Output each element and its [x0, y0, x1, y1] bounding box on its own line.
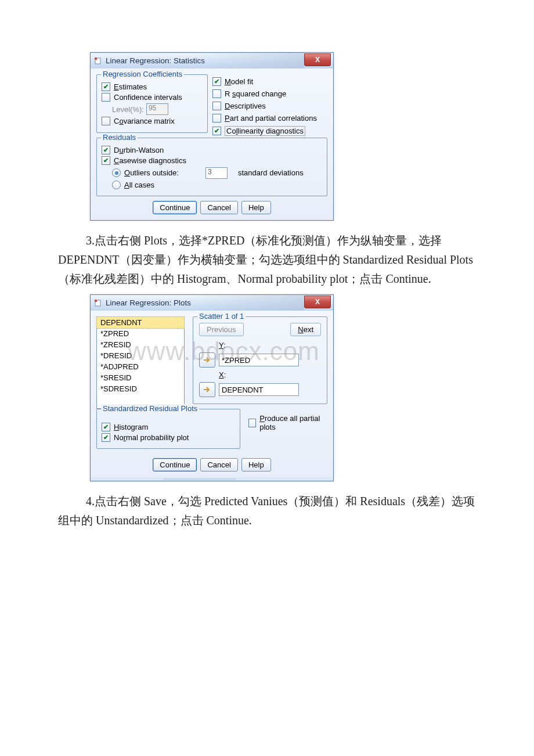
checkbox-icon — [102, 433, 110, 442]
collinearity-diagnostics-checkbox[interactable]: Collinearity diagnostics — [212, 126, 327, 136]
continue-button[interactable]: Continue — [153, 201, 197, 214]
help-button[interactable]: Help — [241, 201, 271, 214]
svg-rect-1 — [95, 57, 97, 60]
produce-partial-plots-checkbox[interactable]: Produce all partial plots — [248, 414, 327, 431]
outliers-outside-radio[interactable]: Outliers outside: — [112, 168, 179, 177]
linear-regression-plots-dialog: Linear Regression: Plots X DEPENDNT *ZPR… — [90, 294, 334, 481]
normal-probability-plot-checkbox[interactable]: Normal probability plot — [102, 433, 235, 442]
casewise-diagnostics-checkbox[interactable]: Casewise diagnostics — [102, 156, 322, 165]
titlebar: Linear Regression: Plots X — [91, 295, 333, 311]
move-to-x-button[interactable] — [199, 382, 215, 397]
close-icon: X — [315, 298, 320, 306]
stddev-label: standard deviations — [238, 168, 304, 177]
group-label: Residuals — [101, 133, 138, 142]
scatter-group: Scatter 1 of 1 Previous Next Y: — [193, 316, 327, 404]
linear-regression-statistics-dialog: Linear Regression: Statistics X Regressi… — [90, 52, 334, 221]
y-label: Y: — [219, 341, 321, 350]
opt-label-rem: stimates — [119, 82, 147, 91]
checkbox-icon — [212, 77, 221, 86]
svg-rect-3 — [95, 300, 97, 302]
variables-listbox[interactable]: DEPENDNT *ZPRED *ZRESID *DRESID *ADJPRED… — [96, 316, 185, 409]
dialog-title: Linear Regression: Plots — [106, 298, 191, 307]
checkbox-icon — [102, 117, 110, 125]
checkbox-icon — [102, 82, 110, 91]
checkbox-icon — [212, 127, 221, 135]
group-label: Regression Coefficients — [101, 70, 184, 78]
close-icon: X — [315, 56, 320, 64]
app-icon — [94, 299, 102, 307]
group-label: Scatter 1 of 1 — [197, 312, 246, 321]
checkbox-icon — [212, 114, 221, 123]
checkbox-icon — [102, 156, 110, 165]
list-item[interactable]: *SRESID — [97, 372, 184, 383]
close-button[interactable]: X — [304, 296, 331, 308]
titlebar: Linear Regression: Statistics X — [91, 53, 333, 69]
arrow-right-icon — [203, 357, 211, 363]
list-item[interactable]: *SDRESID — [97, 383, 184, 394]
checkbox-icon — [212, 89, 221, 98]
y-field[interactable]: *ZPRED — [219, 354, 299, 366]
instruction-step-4: 4.点击右侧 Save，勾选 Predicted Vaniues（预测值）和 R… — [58, 492, 476, 530]
outliers-value-input[interactable]: 3 — [205, 167, 228, 179]
estimates-checkbox[interactable]: Estimates — [102, 82, 203, 91]
group-label: Standardized Residual Plots — [101, 404, 199, 413]
cancel-button[interactable]: Cancel — [200, 458, 237, 471]
radio-icon — [112, 168, 121, 177]
regression-coefficients-group: Regression Coefficients Estimates Confid… — [96, 74, 208, 133]
level-input[interactable]: 95 — [146, 103, 168, 115]
help-button[interactable]: Help — [241, 458, 271, 471]
list-item[interactable]: *DRESID — [97, 350, 184, 361]
checkbox-icon — [102, 423, 110, 431]
x-label: X: — [219, 370, 321, 379]
checkbox-icon — [102, 93, 110, 102]
all-cases-radio[interactable]: All cases — [112, 181, 322, 189]
app-icon — [94, 57, 102, 65]
confidence-intervals-checkbox[interactable]: Confidence intervals — [102, 93, 203, 102]
list-item[interactable]: *ADJPRED — [97, 361, 184, 372]
checkbox-icon — [102, 146, 110, 154]
move-to-y-button[interactable] — [199, 352, 215, 368]
list-item[interactable]: DEPENDNT — [96, 316, 185, 329]
durbin-watson-checkbox[interactable]: Durbin-Watson — [102, 146, 322, 154]
radio-icon — [112, 181, 121, 189]
list-item[interactable]: *ZPRED — [97, 328, 184, 339]
standardized-residual-plots-group: Standardized Residual Plots Histogram No… — [96, 409, 240, 449]
checkbox-icon — [248, 419, 256, 427]
x-field[interactable]: DEPENDNT — [219, 383, 299, 396]
opt-label: Confidence intervals — [114, 93, 182, 102]
r-squared-change-checkbox[interactable]: R squared change — [212, 89, 327, 98]
histogram-checkbox[interactable]: Histogram — [102, 423, 235, 431]
cancel-button[interactable]: Cancel — [200, 201, 237, 214]
close-button[interactable]: X — [304, 53, 331, 66]
previous-button[interactable]: Previous — [199, 323, 244, 336]
level-label: Level(%): — [112, 105, 144, 114]
list-item[interactable]: *ZRESID — [97, 339, 184, 350]
covariance-matrix-checkbox[interactable]: Covariance matrix — [102, 117, 203, 125]
part-partial-checkbox[interactable]: Part and partial correlations — [212, 114, 327, 123]
next-button[interactable]: Next — [290, 323, 321, 336]
instruction-step-3: 3.点击右侧 Plots，选择*ZPRED（标准化预测值）作为纵轴变量，选择 D… — [58, 231, 476, 289]
continue-button[interactable]: Continue — [153, 458, 197, 471]
model-fit-checkbox[interactable]: Model fit — [212, 77, 327, 86]
arrow-right-icon — [203, 386, 211, 393]
descriptives-checkbox[interactable]: Descriptives — [212, 102, 327, 110]
residuals-group: Residuals Durbin-Watson Casewise diagnos… — [96, 138, 327, 196]
checkbox-icon — [212, 102, 221, 110]
